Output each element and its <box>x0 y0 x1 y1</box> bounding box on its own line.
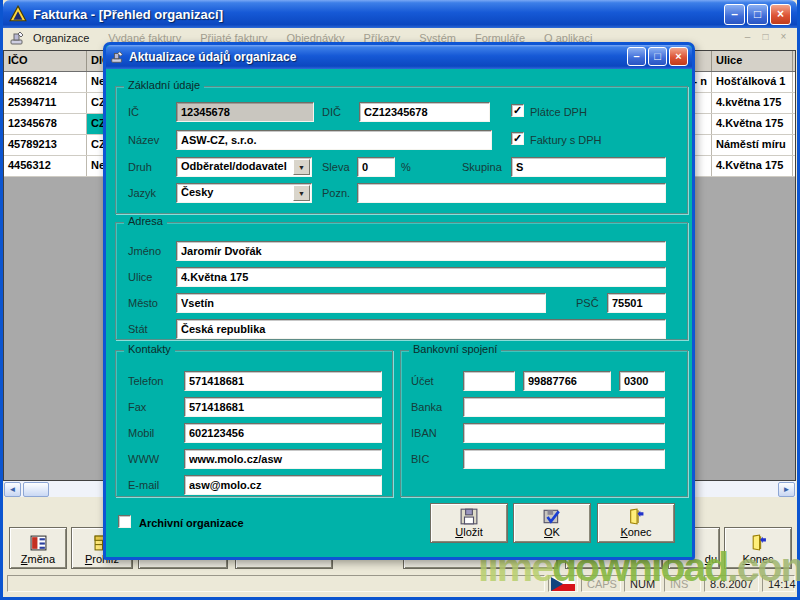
jazyk-value: Česky <box>181 186 213 198</box>
ucet-number-input[interactable] <box>523 371 611 391</box>
jazyk-label: Jazyk <box>128 187 156 199</box>
check-icon: ✓ <box>512 133 523 144</box>
sleva-label: Sleva <box>322 161 350 173</box>
status-bar: CAPS NUM INS 8.6.2007 14:14 <box>3 573 797 594</box>
group-adresa: Adresa Jméno Ulice Město PSČ Stát <box>115 222 688 340</box>
dropdown-button[interactable]: ▼ <box>293 159 310 175</box>
druh-combobox[interactable]: Odběratel/dodavatel ▼ <box>176 157 312 177</box>
stat-label: Stát <box>128 323 148 335</box>
minimize-button[interactable]: – <box>724 4 745 25</box>
fakturka-logo-icon <box>9 5 27 23</box>
dic-label: DIČ <box>322 106 341 118</box>
close-dialog-button[interactable]: Konec <box>597 503 675 543</box>
fax-input[interactable] <box>184 397 382 417</box>
cell-ico[interactable]: 12345678 <box>4 114 87 134</box>
ucet-prefix-input[interactable] <box>463 371 515 391</box>
platce-dph-checkbox[interactable]: ✓ <box>511 104 524 117</box>
chevron-down-icon: ▼ <box>298 190 305 197</box>
dropdown-button[interactable]: ▼ <box>293 185 310 201</box>
organization-dialog: Aktualizace údajů organizace – □ × Zákla… <box>103 42 695 560</box>
platce-dph-label: Plátce DPH <box>530 106 587 118</box>
language-flag-panel <box>548 575 578 592</box>
konec-toolbar-button[interactable]: Konec <box>724 527 792 569</box>
banka-input[interactable] <box>463 397 665 417</box>
close-button[interactable]: × <box>770 4 791 25</box>
cell-ico[interactable]: 45789213 <box>4 135 87 155</box>
cell-ulice[interactable]: 4.května 175 <box>712 93 793 113</box>
dialog-maximize-button[interactable]: □ <box>648 47 667 66</box>
ok-button[interactable]: OK <box>513 503 591 543</box>
cell-ulice[interactable]: Hošťálková 1 <box>712 72 793 92</box>
psc-input[interactable] <box>607 293 666 313</box>
jmeno-input[interactable] <box>176 241 666 261</box>
faktury-s-dph-checkbox[interactable]: ✓ <box>511 132 524 145</box>
zmena-button-label: Změna <box>21 553 55 565</box>
banka-label: Banka <box>411 401 442 413</box>
bic-input[interactable] <box>463 449 665 469</box>
scroll-left-icon[interactable]: ◄ <box>4 482 21 497</box>
dic-input[interactable] <box>359 102 490 122</box>
ulice-input[interactable] <box>176 267 666 287</box>
cell-ico[interactable]: 44568214 <box>4 72 87 92</box>
scroll-right-icon[interactable]: ► <box>778 482 795 497</box>
dialog-minimize-button[interactable]: – <box>627 47 646 66</box>
cell-ulice[interactable]: 4.Května 175 <box>712 114 793 134</box>
scrollbar-thumb[interactable] <box>23 482 49 497</box>
maximize-button[interactable]: □ <box>747 4 768 25</box>
www-input[interactable] <box>184 449 382 469</box>
cell-ico[interactable]: 4456312 <box>4 156 87 176</box>
window-title: Fakturka - [Přehled organizací] <box>33 7 223 22</box>
status-message-panel <box>7 575 545 592</box>
ok-button-label: OK <box>544 526 560 538</box>
zmena-button[interactable]: Změna <box>9 527 67 569</box>
cell-ulice[interactable]: Náměstí míru <box>712 135 793 155</box>
group-legend: Kontakty <box>124 343 175 355</box>
column-header-ulice: Ulice <box>712 51 793 71</box>
dialog-title-bar[interactable]: Aktualizace údajů organizace – □ × <box>106 45 692 69</box>
group-bankovni-spojeni: Bankovní spojení Účet Banka IBAN BIC <box>400 350 688 497</box>
dialog-close-button[interactable]: × <box>669 47 688 66</box>
dialog-body: Základní údaje IČ DIČ ✓ Plátce DPH Název… <box>106 69 692 557</box>
sleva-input[interactable] <box>357 157 395 177</box>
mesto-input[interactable] <box>176 293 546 313</box>
app-window: Fakturka - [Přehled organizací] – □ × Or… <box>0 0 800 600</box>
check-icon: ✓ <box>512 105 523 116</box>
percent-label: % <box>401 161 411 173</box>
group-legend: Základní údaje <box>124 79 204 91</box>
ic-input[interactable] <box>176 102 314 122</box>
save-button[interactable]: Uložit <box>430 503 508 543</box>
mdi-close-button[interactable]: × <box>776 30 791 44</box>
ins-indicator: INS <box>664 575 701 592</box>
mdi-restore-button[interactable]: □ <box>758 30 773 44</box>
status-time: 14:14 <box>762 575 795 592</box>
close-dialog-button-label: Konec <box>620 526 651 538</box>
stamp-icon <box>110 50 124 64</box>
czech-flag-icon <box>551 577 575 591</box>
title-bar[interactable]: Fakturka - [Přehled organizací] – □ × <box>3 0 797 28</box>
mdi-minimize-button[interactable]: – <box>740 30 755 44</box>
ic-label: IČ <box>128 106 139 118</box>
telefon-input[interactable] <box>184 371 382 391</box>
druh-value: Odběratel/dodavatel <box>181 160 287 172</box>
cell-ulice[interactable]: 4.Května 175 <box>712 156 793 176</box>
menu-organizace[interactable]: Organizace <box>33 32 89 44</box>
stat-input[interactable] <box>176 319 666 339</box>
iban-label: IBAN <box>411 427 437 439</box>
ok-check-icon <box>543 508 561 525</box>
archivni-organizace-label: Archivní organizace <box>139 517 244 529</box>
mobil-input[interactable] <box>184 423 382 443</box>
skupina-input[interactable] <box>511 157 666 177</box>
dialog-title: Aktualizace údajů organizace <box>129 50 296 64</box>
group-kontakty: Kontakty Telefon Fax Mobil WWW E-mail <box>115 350 393 497</box>
fax-label: Fax <box>128 401 146 413</box>
iban-input[interactable] <box>463 423 665 443</box>
cell-ico[interactable]: 25394711 <box>4 93 87 113</box>
column-header-ico: IČO <box>4 51 87 71</box>
email-input[interactable] <box>184 475 382 495</box>
save-button-label: Uložit <box>455 526 483 538</box>
nazev-input[interactable] <box>176 130 492 150</box>
archivni-organizace-checkbox[interactable] <box>118 515 131 528</box>
pozn-input[interactable] <box>357 183 666 203</box>
ucet-bank-code-input[interactable] <box>619 371 665 391</box>
jazyk-combobox[interactable]: Česky ▼ <box>176 183 312 203</box>
